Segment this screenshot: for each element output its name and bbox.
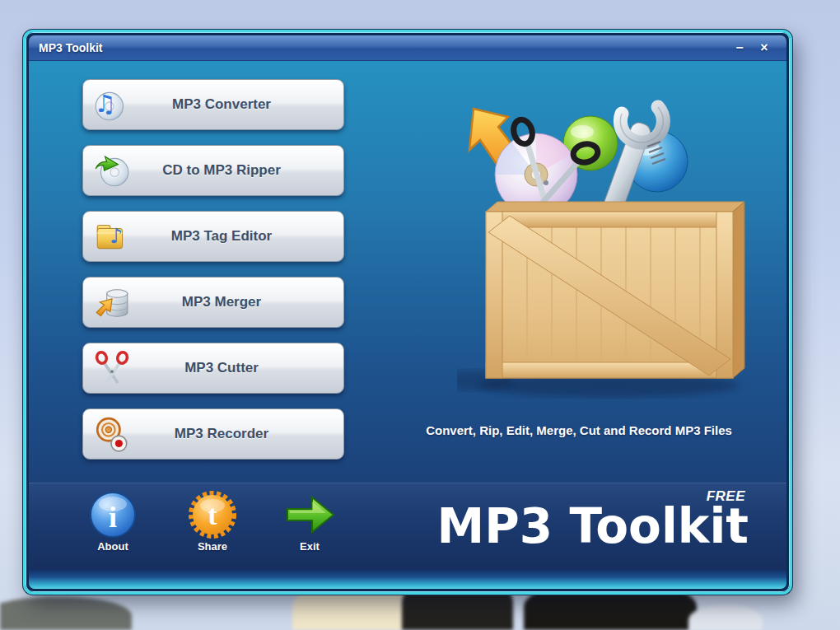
svg-text:t: t [208, 500, 217, 530]
cd-music-note-icon: ♫ [93, 86, 131, 124]
footer-bar: i About t Share Exit [29, 483, 786, 569]
crate-with-tools-illustration [457, 77, 770, 423]
brand-title: MP3 Toolkit [437, 502, 749, 552]
tool-label: MP3 Tag Editor [131, 228, 334, 245]
close-button[interactable]: × [752, 40, 777, 55]
tool-label: MP3 Recorder [131, 426, 334, 442]
svg-text:i: i [109, 501, 117, 534]
tool-label: MP3 Converter [131, 96, 334, 113]
tool-label: MP3 Cutter [131, 360, 334, 376]
cd-to-mp3-ripper-button[interactable]: CD to MP3 Ripper [82, 145, 344, 196]
mp3-cutter-button[interactable]: MP3 Cutter [82, 343, 344, 394]
svg-text:♫: ♫ [95, 90, 116, 118]
tool-label: CD to MP3 Ripper [131, 162, 334, 179]
minimize-button[interactable]: − [727, 40, 752, 55]
window-bottom-strip [29, 569, 786, 589]
main-content: ♫ MP3 Converter CD to MP3 Ripper [29, 61, 786, 483]
exit-button[interactable]: Exit [268, 490, 351, 553]
exit-arrow-icon [283, 490, 336, 539]
speaker-record-icon [93, 415, 131, 453]
tool-button-column: ♫ MP3 Converter CD to MP3 Ripper [82, 79, 344, 460]
titlebar[interactable]: MP3 Toolkit − × [29, 35, 786, 61]
database-orange-arrow-icon [93, 283, 131, 321]
tagline: Convert, Rip, Edit, Merge, Cut and Recor… [381, 423, 777, 437]
tool-label: MP3 Merger [131, 294, 334, 310]
svg-text:♪: ♪ [110, 224, 123, 248]
about-button[interactable]: i About [72, 490, 154, 553]
mp3-recorder-button[interactable]: MP3 Recorder [82, 408, 344, 460]
mp3-converter-button[interactable]: ♫ MP3 Converter [82, 79, 344, 130]
info-icon: i [88, 490, 138, 539]
about-label: About [72, 540, 154, 553]
share-button[interactable]: t Share [171, 490, 254, 553]
exit-label: Exit [268, 540, 351, 553]
mp3-tag-editor-button[interactable]: ♪ MP3 Tag Editor [82, 211, 344, 262]
brand-block: FREE MP3 Toolkit [437, 488, 749, 552]
mp3-merger-button[interactable]: MP3 Merger [82, 277, 344, 328]
folder-music-note-icon: ♪ [93, 217, 131, 255]
share-label: Share [171, 540, 254, 553]
cd-green-arrow-icon [93, 152, 131, 189]
window-title: MP3 Toolkit [39, 41, 727, 54]
app-window: MP3 Toolkit − × ♫ MP3 Converter [23, 30, 792, 595]
share-badge-icon: t [188, 490, 237, 539]
red-scissors-icon [93, 349, 131, 387]
